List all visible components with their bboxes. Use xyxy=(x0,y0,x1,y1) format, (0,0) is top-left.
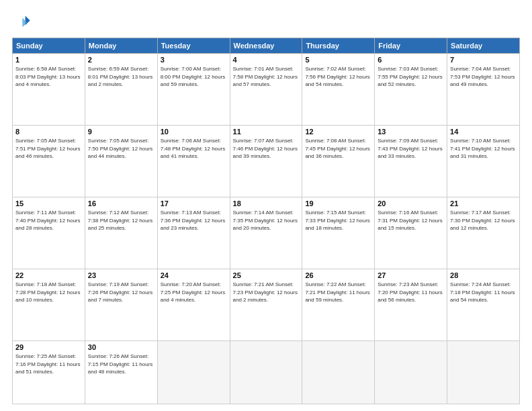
calendar-week-4: 22Sunrise: 7:18 AM Sunset: 7:28 PM Dayli… xyxy=(13,269,520,341)
day-number: 14 xyxy=(450,128,517,136)
day-info: Sunrise: 7:18 AM Sunset: 7:28 PM Dayligh… xyxy=(15,281,82,304)
calendar-cell: 21Sunrise: 7:17 AM Sunset: 7:30 PM Dayli… xyxy=(447,197,520,269)
day-number: 17 xyxy=(161,199,227,208)
calendar-cell: 6Sunrise: 7:03 AM Sunset: 7:55 PM Daylig… xyxy=(375,54,447,126)
day-number: 6 xyxy=(378,56,444,64)
calendar-cell: 26Sunrise: 7:22 AM Sunset: 7:21 PM Dayli… xyxy=(302,269,375,341)
calendar-week-3: 15Sunrise: 7:11 AM Sunset: 7:40 PM Dayli… xyxy=(13,197,520,269)
calendar-cell: 20Sunrise: 7:16 AM Sunset: 7:31 PM Dayli… xyxy=(375,197,447,269)
day-info: Sunrise: 7:09 AM Sunset: 7:43 PM Dayligh… xyxy=(378,137,444,161)
day-info: Sunrise: 7:23 AM Sunset: 7:20 PM Dayligh… xyxy=(378,281,444,304)
calendar-cell: 4Sunrise: 7:01 AM Sunset: 7:58 PM Daylig… xyxy=(230,54,302,126)
day-number: 23 xyxy=(88,271,154,279)
calendar-cell: 14Sunrise: 7:10 AM Sunset: 7:41 PM Dayli… xyxy=(447,126,520,197)
day-number: 4 xyxy=(233,56,300,64)
calendar-header-saturday: Saturday xyxy=(447,38,520,54)
day-number: 21 xyxy=(450,199,517,208)
calendar-cell: 7Sunrise: 7:04 AM Sunset: 7:53 PM Daylig… xyxy=(447,54,520,126)
calendar-header-friday: Friday xyxy=(375,38,447,54)
calendar-week-2: 8Sunrise: 7:05 AM Sunset: 7:51 PM Daylig… xyxy=(13,126,520,197)
calendar-cell: 11Sunrise: 7:07 AM Sunset: 7:46 PM Dayli… xyxy=(230,126,302,197)
calendar-cell: 8Sunrise: 7:05 AM Sunset: 7:51 PM Daylig… xyxy=(13,126,85,197)
day-number: 29 xyxy=(15,343,82,351)
day-info: Sunrise: 7:19 AM Sunset: 7:26 PM Dayligh… xyxy=(88,281,154,304)
calendar-cell: 2Sunrise: 6:59 AM Sunset: 8:01 PM Daylig… xyxy=(85,54,157,126)
day-number: 19 xyxy=(305,199,371,208)
day-number: 1 xyxy=(15,56,82,64)
day-info: Sunrise: 7:12 AM Sunset: 7:38 PM Dayligh… xyxy=(88,209,154,232)
calendar-week-5: 29Sunrise: 7:25 AM Sunset: 7:16 PM Dayli… xyxy=(13,341,520,404)
calendar-header-thursday: Thursday xyxy=(302,38,375,54)
day-info: Sunrise: 7:02 AM Sunset: 7:56 PM Dayligh… xyxy=(305,65,371,89)
day-info: Sunrise: 7:22 AM Sunset: 7:21 PM Dayligh… xyxy=(305,281,371,304)
day-number: 18 xyxy=(233,199,300,208)
day-info: Sunrise: 7:01 AM Sunset: 7:58 PM Dayligh… xyxy=(233,65,300,89)
day-number: 12 xyxy=(305,128,371,136)
day-number: 24 xyxy=(161,271,227,279)
calendar-cell: 10Sunrise: 7:06 AM Sunset: 7:48 PM Dayli… xyxy=(157,126,230,197)
day-info: Sunrise: 7:17 AM Sunset: 7:30 PM Dayligh… xyxy=(450,209,517,232)
calendar-cell: 28Sunrise: 7:24 AM Sunset: 7:18 PM Dayli… xyxy=(447,269,520,341)
calendar-cell: 25Sunrise: 7:21 AM Sunset: 7:23 PM Dayli… xyxy=(230,269,302,341)
day-info: Sunrise: 7:15 AM Sunset: 7:33 PM Dayligh… xyxy=(305,209,371,232)
day-number: 8 xyxy=(15,128,82,136)
calendar-header-sunday: Sunday xyxy=(13,38,85,54)
calendar-header-monday: Monday xyxy=(85,38,157,54)
day-number: 9 xyxy=(88,128,154,136)
calendar-cell: 22Sunrise: 7:18 AM Sunset: 7:28 PM Dayli… xyxy=(13,269,85,341)
day-number: 26 xyxy=(305,271,371,279)
day-info: Sunrise: 7:05 AM Sunset: 7:50 PM Dayligh… xyxy=(88,137,154,161)
day-info: Sunrise: 7:11 AM Sunset: 7:40 PM Dayligh… xyxy=(15,209,82,232)
day-number: 11 xyxy=(233,128,300,136)
calendar-cell: 23Sunrise: 7:19 AM Sunset: 7:26 PM Dayli… xyxy=(85,269,157,341)
day-info: Sunrise: 7:08 AM Sunset: 7:45 PM Dayligh… xyxy=(305,137,371,161)
day-info: Sunrise: 7:20 AM Sunset: 7:25 PM Dayligh… xyxy=(161,281,227,304)
day-info: Sunrise: 7:00 AM Sunset: 8:00 PM Dayligh… xyxy=(161,65,227,89)
calendar-cell: 13Sunrise: 7:09 AM Sunset: 7:43 PM Dayli… xyxy=(375,126,447,197)
day-info: Sunrise: 7:25 AM Sunset: 7:16 PM Dayligh… xyxy=(15,353,82,376)
day-number: 27 xyxy=(378,271,444,279)
day-info: Sunrise: 6:59 AM Sunset: 8:01 PM Dayligh… xyxy=(88,65,154,89)
day-number: 2 xyxy=(88,56,154,64)
calendar-cell xyxy=(157,341,230,404)
day-number: 20 xyxy=(378,199,444,208)
header xyxy=(12,12,520,31)
day-info: Sunrise: 7:14 AM Sunset: 7:35 PM Dayligh… xyxy=(233,209,300,232)
day-info: Sunrise: 7:13 AM Sunset: 7:36 PM Dayligh… xyxy=(161,209,227,232)
calendar-cell xyxy=(230,341,302,404)
calendar-cell: 9Sunrise: 7:05 AM Sunset: 7:50 PM Daylig… xyxy=(85,126,157,197)
calendar-header-row: SundayMondayTuesdayWednesdayThursdayFrid… xyxy=(13,38,520,54)
day-info: Sunrise: 7:26 AM Sunset: 7:15 PM Dayligh… xyxy=(88,353,154,376)
calendar-cell: 18Sunrise: 7:14 AM Sunset: 7:35 PM Dayli… xyxy=(230,197,302,269)
day-number: 28 xyxy=(450,271,517,279)
logo-icon xyxy=(12,12,31,31)
calendar-week-1: 1Sunrise: 6:58 AM Sunset: 8:03 PM Daylig… xyxy=(13,54,520,126)
calendar-cell: 17Sunrise: 7:13 AM Sunset: 7:36 PM Dayli… xyxy=(157,197,230,269)
day-number: 7 xyxy=(450,56,517,64)
day-info: Sunrise: 7:16 AM Sunset: 7:31 PM Dayligh… xyxy=(378,209,444,232)
calendar-cell xyxy=(447,341,520,404)
day-info: Sunrise: 7:04 AM Sunset: 7:53 PM Dayligh… xyxy=(450,65,517,89)
calendar-cell: 3Sunrise: 7:00 AM Sunset: 8:00 PM Daylig… xyxy=(157,54,230,126)
calendar-cell: 29Sunrise: 7:25 AM Sunset: 7:16 PM Dayli… xyxy=(13,341,85,404)
svg-marker-0 xyxy=(26,16,30,26)
day-number: 5 xyxy=(305,56,371,64)
day-info: Sunrise: 7:03 AM Sunset: 7:55 PM Dayligh… xyxy=(378,65,444,89)
day-info: Sunrise: 7:21 AM Sunset: 7:23 PM Dayligh… xyxy=(233,281,300,304)
day-info: Sunrise: 7:05 AM Sunset: 7:51 PM Dayligh… xyxy=(15,137,82,161)
calendar-cell: 30Sunrise: 7:26 AM Sunset: 7:15 PM Dayli… xyxy=(85,341,157,404)
calendar-table: SundayMondayTuesdayWednesdayThursdayFrid… xyxy=(12,38,520,404)
calendar-header-wednesday: Wednesday xyxy=(230,38,302,54)
day-number: 13 xyxy=(378,128,444,136)
day-number: 15 xyxy=(15,199,82,208)
day-info: Sunrise: 7:10 AM Sunset: 7:41 PM Dayligh… xyxy=(450,137,517,161)
day-info: Sunrise: 7:06 AM Sunset: 7:48 PM Dayligh… xyxy=(161,137,227,161)
day-number: 10 xyxy=(161,128,227,136)
calendar-cell: 5Sunrise: 7:02 AM Sunset: 7:56 PM Daylig… xyxy=(302,54,375,126)
day-number: 22 xyxy=(15,271,82,279)
calendar-cell: 24Sunrise: 7:20 AM Sunset: 7:25 PM Dayli… xyxy=(157,269,230,341)
day-info: Sunrise: 6:58 AM Sunset: 8:03 PM Dayligh… xyxy=(15,65,82,89)
day-number: 30 xyxy=(88,343,154,351)
calendar-cell: 12Sunrise: 7:08 AM Sunset: 7:45 PM Dayli… xyxy=(302,126,375,197)
calendar-cell: 19Sunrise: 7:15 AM Sunset: 7:33 PM Dayli… xyxy=(302,197,375,269)
